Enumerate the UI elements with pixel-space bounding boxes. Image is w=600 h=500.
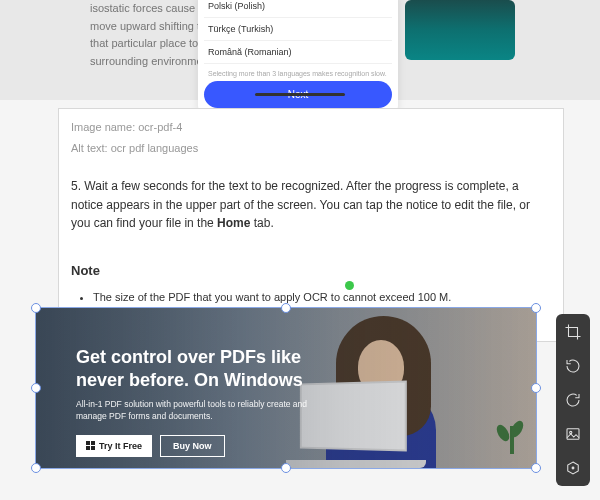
more-options-icon[interactable]: [563, 458, 583, 478]
buy-now-button[interactable]: Buy Now: [160, 435, 225, 457]
resize-handle-tr[interactable]: [531, 303, 541, 313]
try-free-label: Try It Free: [99, 441, 142, 451]
svg-rect-0: [567, 429, 579, 440]
windows-icon: [86, 441, 95, 450]
resize-handle-mr[interactable]: [531, 383, 541, 393]
step-5-text: 5. Wait a few seconds for the text to be…: [71, 177, 551, 233]
document-body: Image name: ocr-pdf-4 Alt text: ocr pdf …: [58, 108, 564, 342]
comment-anchor-icon[interactable]: [345, 281, 354, 290]
rotate-ccw-icon[interactable]: [563, 356, 583, 376]
resize-handle-ml[interactable]: [31, 383, 41, 393]
selected-image[interactable]: Get control over PDFs like never before.…: [36, 308, 536, 468]
resize-handle-tl[interactable]: [31, 303, 41, 313]
step-5-tail: tab.: [250, 216, 273, 230]
image-toolbar: [556, 314, 590, 486]
image-name-field[interactable]: Image name: ocr-pdf-4: [71, 119, 551, 136]
rotate-cw-icon[interactable]: [563, 390, 583, 410]
promo-subtext: All-in-1 PDF solution with powerful tool…: [76, 399, 336, 423]
alt-text-field[interactable]: Alt text: ocr pdf languages: [71, 140, 551, 157]
promo-banner: Get control over PDFs like never before.…: [36, 308, 536, 468]
language-option[interactable]: Türkçe (Turkish): [204, 18, 392, 41]
home-tab-word: Home: [217, 216, 250, 230]
resize-handle-mb[interactable]: [281, 463, 291, 473]
language-modal: Polski (Polish) Türkçe (Turkish) Română …: [198, 0, 398, 116]
replace-image-icon[interactable]: [563, 424, 583, 444]
list-item: The size of the PDF that you want to app…: [93, 289, 551, 306]
resize-handle-br[interactable]: [531, 463, 541, 473]
language-option[interactable]: Polski (Polish): [204, 0, 392, 18]
step-5-main: 5. Wait a few seconds for the text to be…: [71, 179, 530, 230]
promo-heading: Get control over PDFs like never before.…: [76, 346, 336, 391]
note-heading: Note: [71, 261, 551, 281]
svg-point-3: [572, 467, 574, 469]
phone-preview-area: isostatic forces cause move upward shift…: [0, 0, 600, 100]
language-option[interactable]: Română (Romanian): [204, 41, 392, 64]
crop-icon[interactable]: [563, 322, 583, 342]
resize-handle-mt[interactable]: [281, 303, 291, 313]
try-free-button[interactable]: Try It Free: [76, 435, 152, 457]
scenic-thumbnail: [405, 0, 515, 60]
home-indicator: [255, 93, 345, 96]
language-note: Selecting more than 3 languages makes re…: [204, 64, 392, 81]
resize-handle-bl[interactable]: [31, 463, 41, 473]
